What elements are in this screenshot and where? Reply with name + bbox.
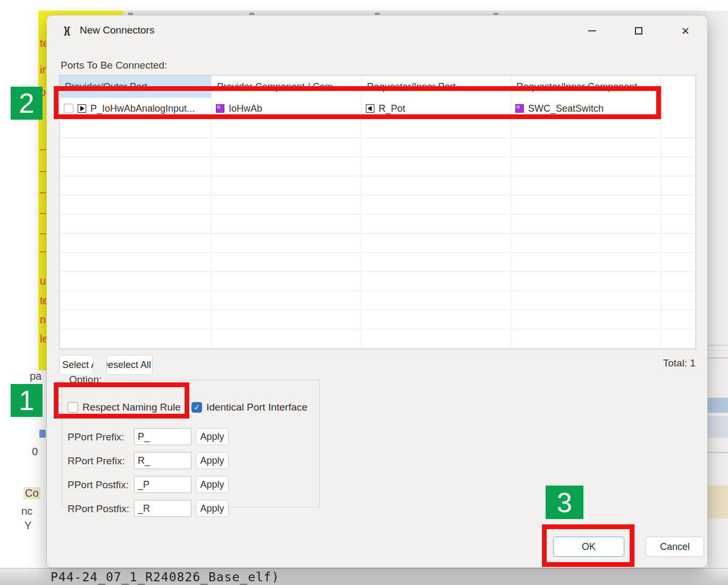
cancel-button[interactable]: Cancel bbox=[646, 537, 704, 557]
rport-postfix-apply-button[interactable]: Apply bbox=[196, 500, 229, 517]
background-text-fragment: nc bbox=[21, 505, 32, 517]
background-text-fragment: n bbox=[40, 314, 46, 326]
ports-to-be-connected-label: Ports To Be Connected: bbox=[61, 60, 167, 71]
annotation-step-3: 3 bbox=[546, 486, 583, 519]
annotation-step-2: 2 bbox=[11, 87, 43, 120]
pport-postfix-apply-button[interactable]: Apply bbox=[196, 476, 229, 493]
background-status-bar: P44-24_07_1_R240826_Base_elf) bbox=[0, 568, 728, 585]
document-icon bbox=[39, 430, 46, 438]
background-text-fragment: Y bbox=[24, 520, 31, 532]
rport-postfix-input[interactable] bbox=[134, 500, 191, 517]
background-text-fragment: Co bbox=[23, 487, 40, 499]
divider bbox=[708, 357, 728, 358]
divider bbox=[708, 345, 728, 346]
annotation-red-box-1 bbox=[54, 382, 189, 419]
maximize-button[interactable] bbox=[631, 23, 647, 39]
dialog-titlebar[interactable]: }{ New Connectors ✕ bbox=[47, 15, 707, 53]
annotation-step-1: 1 bbox=[11, 384, 43, 417]
pport-prefix-label: PPort Prefix: bbox=[68, 431, 124, 443]
rport-prefix-input[interactable] bbox=[134, 452, 191, 469]
minimize-icon bbox=[588, 30, 596, 31]
rport-prefix-label: RPort Prefix: bbox=[68, 455, 125, 467]
connector-icon: }{ bbox=[64, 25, 69, 36]
rport-postfix-label: RPort Postfix: bbox=[68, 503, 129, 515]
dialog-title: New Connectors bbox=[80, 24, 154, 36]
table-body bbox=[60, 119, 696, 349]
background-blue-row bbox=[708, 398, 728, 413]
annotation-red-box-2 bbox=[54, 86, 661, 119]
pport-prefix-input[interactable] bbox=[134, 428, 191, 445]
close-icon: ✕ bbox=[681, 26, 690, 36]
rport-prefix-apply-button[interactable]: Apply bbox=[196, 452, 229, 469]
select-all-button[interactable]: Select All bbox=[59, 355, 94, 375]
pport-postfix-label: PPort Postfix: bbox=[68, 479, 129, 491]
divider bbox=[708, 452, 728, 453]
status-text: P44-24_07_1_R240826_Base_elf) bbox=[51, 570, 280, 584]
background-text-fragment: pa bbox=[30, 370, 41, 382]
pport-postfix-input[interactable] bbox=[134, 476, 191, 493]
deselect-all-button[interactable]: Deselect All bbox=[106, 355, 153, 375]
divider bbox=[708, 350, 728, 350]
background-text-fragment: u bbox=[40, 275, 46, 287]
window-controls: ✕ bbox=[584, 23, 693, 39]
background-beige-row bbox=[708, 486, 728, 519]
identical-port-interface-label: Identical Port Interface bbox=[206, 402, 307, 413]
minimize-button[interactable] bbox=[584, 23, 600, 39]
pport-prefix-apply-button[interactable]: Apply bbox=[196, 428, 229, 445]
maximize-icon bbox=[635, 27, 642, 35]
identical-port-interface-checkbox[interactable]: ✓ bbox=[191, 402, 202, 413]
close-button[interactable]: ✕ bbox=[677, 23, 693, 39]
screen: teinog_F_F_F_F_L_Sutenleue pa0ConcY P44-… bbox=[0, 0, 728, 585]
background-lavender-row bbox=[708, 416, 728, 438]
background-right-edge bbox=[708, 11, 728, 568]
identical-port-interface-option[interactable]: ✓ Identical Port Interface bbox=[191, 402, 307, 413]
total-count-label: Total: 1 bbox=[663, 357, 696, 369]
annotation-red-box-3 bbox=[542, 524, 634, 567]
background-text-fragment: 0 bbox=[32, 446, 38, 458]
